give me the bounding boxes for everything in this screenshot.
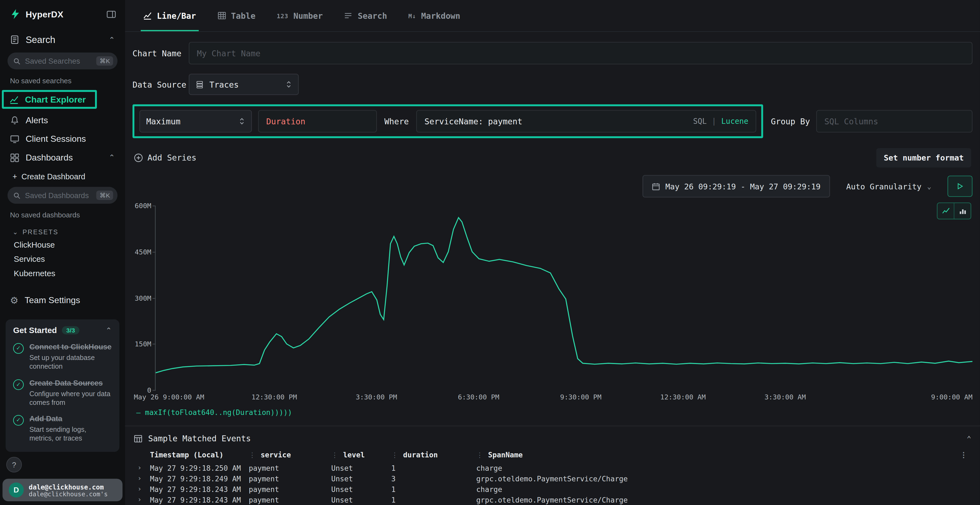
chart-name-input[interactable]	[189, 42, 972, 65]
chart-explorer-icon	[9, 95, 19, 104]
get-started-item-sources[interactable]: ✓ Create Data Sources Configure where yo…	[13, 378, 112, 407]
bar-chart-toggle[interactable]	[954, 203, 971, 219]
run-query-button[interactable]	[948, 176, 973, 197]
data-source-select[interactable]: Traces	[189, 74, 299, 95]
y-axis-label: 150M	[135, 340, 151, 348]
column-header-duration[interactable]: ⋮duration	[391, 451, 476, 459]
granularity-select[interactable]: Auto Granularity ⌄	[841, 176, 936, 197]
group-by-label: Group By	[771, 116, 810, 126]
preset-item-kubernetes[interactable]: Kubernetes	[0, 266, 125, 281]
chevron-up-down-icon	[286, 81, 292, 88]
chart-area: 0150M300M450M600M	[132, 206, 973, 391]
kbd-shortcut-badge: ⌘K	[96, 191, 113, 200]
sidebar-item-label: Alerts	[25, 115, 48, 125]
table-row[interactable]: ›May 27 9:29:18.250 AMpaymentUnset1charg…	[134, 462, 971, 473]
line-chart-toggle[interactable]	[937, 203, 954, 219]
help-button[interactable]: ?	[6, 457, 22, 472]
column-header-spanname[interactable]: ⋮SpanName	[476, 451, 960, 459]
column-header-timestamp[interactable]: Timestamp (Local)	[150, 451, 249, 459]
sidebar-item-label: Dashboards	[25, 152, 73, 162]
chevron-up-icon[interactable]: ⌃	[109, 153, 115, 162]
logo-row: HyperDX	[0, 0, 125, 27]
table-row[interactable]: ›May 27 9:29:18.243 AMpaymentUnset1grpc.…	[134, 494, 971, 505]
calendar-icon	[652, 182, 660, 191]
sidebar-item-dashboards[interactable]: Dashboards ⌃	[0, 148, 125, 167]
gear-icon: ⚙	[10, 295, 19, 305]
collapse-panel-icon[interactable]: ⌃	[967, 434, 971, 443]
search-section-icon	[10, 35, 19, 44]
date-range-value: May 26 09:29:19 - May 27 09:29:19	[665, 181, 821, 191]
get-started-item-add-data[interactable]: ✓ Add Data Start sending logs, metrics, …	[13, 414, 112, 443]
table-cell: Unset	[331, 464, 391, 472]
column-header-level[interactable]: ⋮level	[331, 451, 391, 459]
tab-markdown[interactable]: M↓ Markdown	[406, 0, 463, 31]
table-row[interactable]: ›May 27 9:29:18.249 AMpaymentUnset3grpc.…	[134, 473, 971, 484]
user-account-bar[interactable]: D dale@clickhouse.com dale@clickhouse.co…	[2, 479, 123, 502]
set-number-format-button[interactable]: Set number format	[876, 148, 971, 167]
legend-dash-icon: —	[136, 408, 141, 417]
sidebar-item-client-sessions[interactable]: Client Sessions	[0, 129, 125, 148]
chart-display-toggle	[937, 202, 971, 219]
sql-language-button[interactable]: SQL	[693, 117, 707, 126]
expand-row-icon[interactable]: ›	[134, 485, 150, 493]
field-input[interactable]	[258, 110, 377, 132]
date-range-picker[interactable]: May 26 09:29:19 - May 27 09:29:19	[642, 175, 830, 197]
sidebar: HyperDX Search ⌃ Saved Searches ⌘K No sa…	[0, 0, 125, 505]
chart-plot[interactable]	[155, 206, 972, 391]
chevron-up-icon[interactable]: ⌃	[106, 326, 112, 335]
get-started-item-title: Create Data Sources	[29, 378, 112, 388]
check-circle-icon: ✓	[13, 379, 24, 390]
tab-table[interactable]: Table	[215, 0, 258, 31]
table-cell: payment	[249, 474, 331, 483]
expand-row-icon[interactable]: ›	[134, 496, 150, 504]
chart-name-label: Chart Name	[132, 48, 181, 58]
legend-series-label: maxIf(toFloat640..ng(Duration)))))	[145, 408, 292, 417]
column-separator-icon: ⋮	[391, 451, 398, 459]
sidebar-item-chart-explorer[interactable]: Chart Explorer	[4, 92, 95, 107]
table-cell: Unset	[331, 484, 391, 493]
chart-legend[interactable]: — maxIf(toFloat640..ng(Duration)))))	[136, 408, 973, 417]
sidebar-item-team-settings[interactable]: ⚙ Team Settings	[0, 291, 125, 310]
tab-number[interactable]: 123 Number	[274, 0, 325, 31]
expand-row-icon[interactable]: ›	[134, 474, 150, 483]
preset-item-services[interactable]: Services	[0, 252, 125, 266]
table-overflow-menu-icon[interactable]: ⋮	[960, 451, 971, 459]
aggregation-select[interactable]: Maximum	[139, 110, 252, 132]
column-header-service[interactable]: ⋮service	[249, 451, 331, 459]
tab-label: Table	[231, 11, 256, 20]
get-started-item-subtitle: Start sending logs, metrics, or traces	[29, 425, 112, 443]
search-section-header[interactable]: Search ⌃	[0, 27, 125, 50]
layers-icon	[196, 80, 204, 89]
tab-line-bar[interactable]: Line/Bar	[141, 0, 199, 31]
saved-searches-input[interactable]: Saved Searches ⌘K	[8, 52, 118, 69]
chevron-up-icon[interactable]: ⌃	[109, 35, 115, 44]
x-axis-label: 6:30:00 PM	[458, 393, 499, 401]
x-axis-label: 3:30:00 PM	[356, 393, 397, 401]
table-row[interactable]: ›May 27 9:29:18.243 AMpaymentUnset1charg…	[134, 484, 971, 494]
y-axis-label: 300M	[135, 294, 151, 302]
y-axis-tick	[153, 252, 156, 252]
where-input[interactable]: ServiceName: payment SQL | Lucene	[416, 110, 757, 132]
preset-item-clickhouse[interactable]: ClickHouse	[0, 238, 125, 252]
table-cell: May 27 9:29:18.250 AM	[150, 464, 249, 472]
sidebar-item-alerts[interactable]: Alerts	[0, 111, 125, 130]
aggregation-value: Maximum	[146, 116, 180, 126]
group-by-input[interactable]	[816, 110, 972, 132]
get-started-header[interactable]: Get Started 3/3 ⌃	[13, 326, 112, 335]
saved-searches-placeholder: Saved Searches	[25, 57, 80, 65]
create-dashboard-button[interactable]: + Create Dashboard	[0, 167, 125, 184]
table-cell: May 27 9:29:18.249 AM	[150, 474, 249, 483]
presets-section-header[interactable]: ⌄ PRESETS	[0, 222, 125, 238]
x-axis-label: 12:30:00 AM	[660, 393, 706, 401]
collapse-sidebar-icon[interactable]	[106, 9, 116, 19]
add-series-button[interactable]: Add Series	[134, 153, 196, 162]
get-started-item-connect[interactable]: ✓ Connect to ClickHouse Set up your data…	[13, 343, 112, 371]
get-started-item-subtitle: Configure where your data comes from	[29, 389, 112, 407]
query-language-switch: SQL | Lucene	[693, 117, 748, 126]
expand-row-icon[interactable]: ›	[134, 464, 150, 472]
tab-search[interactable]: Search	[341, 0, 390, 31]
lucene-language-button[interactable]: Lucene	[721, 117, 749, 126]
saved-dashboards-input[interactable]: Saved Dashboards ⌘K	[8, 187, 118, 204]
where-value: ServiceName: payment	[425, 116, 522, 126]
markdown-icon: M↓	[408, 12, 416, 19]
